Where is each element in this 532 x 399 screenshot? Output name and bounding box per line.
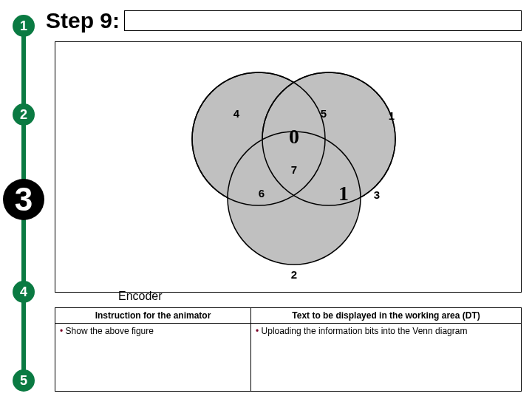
table-cell-dt: • Uploading the information bits into th… [251,324,522,392]
venn-label-right: 5 [321,107,327,120]
step-dot-label: 1 [20,18,27,34]
step-title: Step 9: [46,8,120,33]
step-dot-1: 1 [13,15,35,37]
bullet-icon: • [60,326,66,336]
instruction-table: Instruction for the animator Text to be … [55,307,522,392]
venn-label-top-right-out: 1 [389,109,395,122]
venn-label-left: 4 [233,107,240,120]
title-box [124,10,522,31]
step-dot-label: 2 [20,107,27,123]
caption-encoder: Encoder [118,290,163,303]
venn-label-right-out: 3 [374,188,380,201]
venn-label-mid: 7 [291,163,297,176]
table-header-instruction: Instruction for the animator [55,308,251,324]
step-dot-label: 3 [15,181,33,218]
header: Step 9: [46,6,522,35]
bullet-icon: • [256,326,262,336]
step-dot-5: 5 [13,369,35,392]
table-cell-instruction: • Show the above figure [55,324,251,392]
dt-text: Uploading the information bits into the … [262,326,468,336]
step-dot-label: 4 [20,284,27,300]
venn-label-center: 0 [289,125,299,148]
step-dot-label: 5 [20,373,27,389]
step-dot-2: 2 [13,103,35,126]
instruction-text: Show the above figure [66,326,154,336]
venn-label-bottom-right: 1 [338,182,349,205]
step-dot-3-current: 3 [3,179,44,220]
content-frame: 4 5 1 7 6 3 2 0 1 [55,41,522,293]
progress-rail: 1 2 3 4 5 [10,7,37,392]
step-dot-4: 4 [13,281,35,303]
venn-label-bottom-left: 6 [259,187,265,200]
venn-label-bottom: 2 [291,268,297,281]
venn-diagram: 4 5 1 7 6 3 2 0 1 [163,54,414,290]
table-header-row: Instruction for the animator Text to be … [55,308,522,324]
table-header-dt: Text to be displayed in the working area… [251,308,522,324]
table-row: • Show the above figure • Uploading the … [55,324,522,392]
